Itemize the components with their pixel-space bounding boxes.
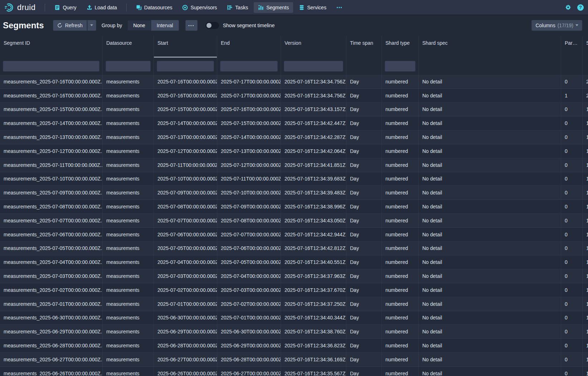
cell-end[interactable]: 2025-07-06T00:00:00.000Z	[217, 242, 281, 255]
nav-item-services[interactable]: Services	[295, 2, 331, 13]
cell-shard_spec[interactable]: No detail	[419, 269, 561, 283]
cell-end[interactable]: 2025-07-14T00:00:00.000Z	[217, 130, 281, 144]
cell-end[interactable]: 2025-06-29T00:00:00.000Z	[217, 339, 281, 352]
cell-partition[interactable]: 1	[561, 89, 583, 102]
cell-partition[interactable]: 0	[561, 353, 583, 366]
cell-size[interactable]: 2	[583, 89, 588, 102]
filter-input-segment_id[interactable]	[3, 61, 99, 72]
cell-shard_type[interactable]: numbered	[382, 186, 419, 199]
cell-shard_type[interactable]: numbered	[382, 144, 419, 158]
cell-start[interactable]: 2025-07-14T00:00:00.000Z	[154, 116, 217, 130]
cell-shard_type[interactable]: numbered	[382, 255, 419, 269]
cell-size[interactable]: 1	[583, 228, 588, 241]
cell-time_span[interactable]: Day	[346, 144, 382, 158]
cell-size[interactable]: 1	[583, 311, 588, 325]
cell-size[interactable]: 1	[583, 172, 588, 186]
cell-shard_spec[interactable]: No detail	[419, 116, 561, 130]
cell-datasource[interactable]: measurements	[103, 186, 154, 199]
cell-segment_id[interactable]: measurements_2025-07-06T00:00:00.000Z...	[0, 228, 103, 241]
filter-input-version[interactable]	[284, 61, 343, 72]
cell-datasource[interactable]: measurements	[103, 367, 154, 376]
cell-segment_id[interactable]: measurements_2025-07-12T00:00:00.000Z...	[0, 144, 103, 158]
cell-start[interactable]: 2025-07-16T00:00:00.000Z	[154, 75, 217, 88]
cell-version[interactable]: 2025-07-16T12:34:35.567Z	[281, 367, 346, 376]
cell-start[interactable]: 2025-07-15T00:00:00.000Z	[154, 103, 217, 116]
cell-version[interactable]: 2025-07-16T12:34:42.812Z	[281, 242, 346, 255]
cell-size[interactable]: 1	[583, 339, 588, 352]
cell-version[interactable]: 2025-07-16T12:34:43.157Z	[281, 103, 346, 116]
cell-datasource[interactable]: measurements	[103, 242, 154, 255]
cell-shard_spec[interactable]: No detail	[419, 297, 561, 311]
cell-shard_type[interactable]: numbered	[382, 297, 419, 311]
settings-gear-icon[interactable]	[565, 4, 572, 11]
cell-datasource[interactable]: measurements	[103, 130, 154, 144]
cell-shard_type[interactable]: numbered	[382, 339, 419, 352]
cell-version[interactable]: 2025-07-16T12:34:40.344Z	[281, 311, 346, 325]
cell-start[interactable]: 2025-06-27T00:00:00.000Z	[154, 353, 217, 366]
cell-datasource[interactable]: measurements	[103, 283, 154, 297]
cell-time_span[interactable]: Day	[346, 297, 382, 311]
column-header-size[interactable]: Size	[583, 36, 588, 58]
column-header-shard_type[interactable]: Shard type	[382, 36, 419, 58]
cell-start[interactable]: 2025-06-30T00:00:00.000Z	[154, 311, 217, 325]
cell-shard_spec[interactable]: No detail	[419, 172, 561, 186]
cell-time_span[interactable]: Day	[346, 228, 382, 241]
cell-segment_id[interactable]: measurements_2025-06-28T00:00:00.000Z...	[0, 339, 103, 352]
cell-size[interactable]: 1	[583, 269, 588, 283]
cell-time_span[interactable]: Day	[346, 130, 382, 144]
cell-shard_spec[interactable]: No detail	[419, 186, 561, 199]
cell-shard_type[interactable]: numbered	[382, 103, 419, 116]
cell-version[interactable]: 2025-07-16T12:34:41.851Z	[281, 158, 346, 172]
cell-partition[interactable]: 0	[561, 255, 583, 269]
cell-shard_spec[interactable]: No detail	[419, 353, 561, 366]
cell-time_span[interactable]: Day	[346, 158, 382, 172]
cell-version[interactable]: 2025-07-16T12:34:39.483Z	[281, 186, 346, 199]
cell-start[interactable]: 2025-07-09T00:00:00.000Z	[154, 186, 217, 199]
group-by-option-none[interactable]: None	[127, 20, 151, 31]
cell-version[interactable]: 2025-07-16T12:34:43.050Z	[281, 214, 346, 227]
cell-start[interactable]: 2025-07-07T00:00:00.000Z	[154, 214, 217, 227]
cell-segment_id[interactable]: measurements_2025-07-16T00:00:00.000Z...	[0, 75, 103, 88]
cell-segment_id[interactable]: measurements_2025-07-08T00:00:00.000Z...	[0, 200, 103, 213]
cell-size[interactable]: 1	[583, 353, 588, 366]
cell-partition[interactable]: 0	[561, 172, 583, 186]
cell-time_span[interactable]: Day	[346, 283, 382, 297]
cell-shard_spec[interactable]: No detail	[419, 89, 561, 102]
cell-time_span[interactable]: Day	[346, 116, 382, 130]
cell-partition[interactable]: 0	[561, 186, 583, 199]
column-header-end[interactable]: End	[217, 36, 281, 58]
more-options-button[interactable]: •••	[185, 20, 198, 31]
cell-size[interactable]: 1	[583, 158, 588, 172]
cell-segment_id[interactable]: measurements_2025-07-16T00:00:00.000Z...	[0, 89, 103, 102]
cell-partition[interactable]: 0	[561, 144, 583, 158]
group-by-option-interval[interactable]: Interval	[151, 20, 179, 31]
cell-partition[interactable]: 0	[561, 311, 583, 325]
cell-shard_spec[interactable]: No detail	[419, 325, 561, 338]
cell-start[interactable]: 2025-06-28T00:00:00.000Z	[154, 339, 217, 352]
cell-version[interactable]: 2025-07-16T12:34:42.064Z	[281, 144, 346, 158]
cell-datasource[interactable]: measurements	[103, 116, 154, 130]
cell-segment_id[interactable]: measurements_2025-07-15T00:00:00.000Z...	[0, 103, 103, 116]
cell-shard_type[interactable]: numbered	[382, 116, 419, 130]
filter-input-shard_type[interactable]	[385, 61, 416, 72]
cell-size[interactable]: 1	[583, 200, 588, 213]
cell-version[interactable]: 2025-07-16T12:34:37.250Z	[281, 297, 346, 311]
cell-time_span[interactable]: Day	[346, 242, 382, 255]
cell-partition[interactable]: 0	[561, 200, 583, 213]
cell-shard_type[interactable]: numbered	[382, 130, 419, 144]
cell-datasource[interactable]: measurements	[103, 158, 154, 172]
cell-time_span[interactable]: Day	[346, 186, 382, 199]
cell-segment_id[interactable]: measurements_2025-07-10T00:00:00.000Z...	[0, 172, 103, 186]
cell-size[interactable]: 1	[583, 214, 588, 227]
cell-start[interactable]: 2025-06-26T00:00:00.000Z	[154, 367, 217, 376]
cell-datasource[interactable]: measurements	[103, 255, 154, 269]
cell-segment_id[interactable]: measurements_2025-07-05T00:00:00.000Z...	[0, 242, 103, 255]
refresh-button[interactable]: Refresh	[53, 20, 87, 31]
cell-shard_spec[interactable]: No detail	[419, 242, 561, 255]
cell-partition[interactable]: 0	[561, 283, 583, 297]
cell-shard_spec[interactable]: No detail	[419, 311, 561, 325]
cell-time_span[interactable]: Day	[346, 255, 382, 269]
cell-start[interactable]: 2025-07-12T00:00:00.000Z	[154, 144, 217, 158]
cell-end[interactable]: 2025-07-08T00:00:00.000Z	[217, 214, 281, 227]
cell-shard_spec[interactable]: No detail	[419, 103, 561, 116]
